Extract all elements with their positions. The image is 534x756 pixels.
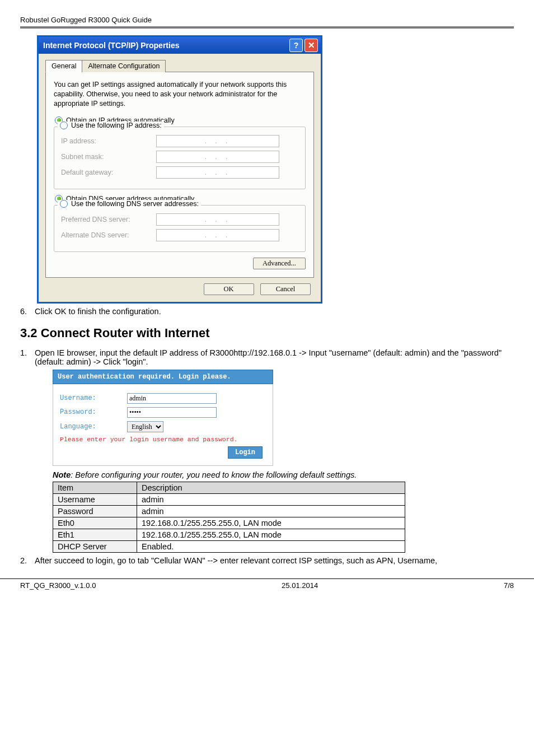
language-select[interactable]: English (127, 421, 163, 432)
table-row: Eth1192.168.0.1/255.255.255.0, LAN mode (53, 529, 405, 540)
footer-right: 7/8 (504, 581, 514, 590)
login-panel: User authentication required. Login plea… (53, 370, 273, 466)
alternate-dns-label: Alternate DNS server: (61, 231, 156, 239)
radio-label: Use the following IP address: (71, 122, 162, 129)
username-input[interactable] (127, 393, 217, 404)
close-button[interactable]: ✕ (305, 39, 318, 52)
table-row: Usernameadmin (53, 493, 405, 505)
footer-center: 25.01.2014 (282, 581, 318, 590)
tab-panel-general: You can get IP settings assigned automat… (45, 72, 314, 278)
ip-address-group: Use the following IP address: IP address… (54, 127, 306, 189)
tcpip-properties-dialog: Internet Protocol (TCP/IP) Properties ? … (37, 35, 322, 304)
radio-icon (60, 122, 68, 129)
page-header: Robustel GoRugged R3000 Quick Guide (20, 16, 514, 26)
login-button[interactable]: Login (228, 446, 263, 459)
radio-icon (60, 200, 68, 208)
default-gateway-input: . . . (156, 166, 279, 179)
radio-label: Use the following DNS server addresses: (71, 200, 199, 208)
tab-row: General Alternate Configuration (45, 59, 314, 72)
tab-alternate-config[interactable]: Alternate Configuration (82, 60, 166, 72)
note-text: Note: Before configuring your router, yo… (53, 470, 514, 479)
radio-use-dns[interactable]: Use the following DNS server addresses: (58, 200, 201, 208)
table-header-description: Description (137, 482, 405, 493)
step-6: 6. Click OK to finish the configuration. (20, 307, 514, 316)
alternate-dns-input: . . . (156, 229, 279, 241)
password-input[interactable] (127, 407, 217, 418)
login-title: User authentication required. Login plea… (53, 370, 273, 384)
footer-left: RT_QG_R3000_v.1.0.0 (20, 581, 96, 590)
ip-address-input: . . . (156, 135, 279, 147)
step-2: 2. After succeed to login, go to tab "Ce… (20, 556, 514, 565)
dns-address-group: Use the following DNS server addresses: … (54, 205, 306, 252)
subnet-mask-label: Subnet mask: (61, 153, 156, 161)
subnet-mask-input: . . . (156, 151, 279, 163)
default-settings-table: Item Description Usernameadmin Passworda… (53, 482, 405, 553)
table-row: DHCP ServerEnabled. (53, 540, 405, 552)
advanced-button[interactable]: Advanced... (253, 258, 306, 269)
radio-use-ip[interactable]: Use the following IP address: (58, 122, 164, 129)
default-gateway-label: Default gateway: (61, 169, 156, 176)
header-rule (20, 26, 514, 29)
preferred-dns-input: . . . (156, 213, 279, 226)
help-button[interactable]: ? (289, 39, 303, 52)
dialog-title: Internet Protocol (TCP/IP) Properties (43, 41, 179, 50)
section-heading: 3.2 Connect Router with Internet (20, 326, 514, 340)
table-header-item: Item (53, 482, 137, 493)
step-1: 1. Open IE browser, input the default IP… (20, 348, 514, 366)
table-row: Passwordadmin (53, 505, 405, 517)
page-footer: RT_QG_R3000_v.1.0.0 25.01.2014 7/8 (0, 579, 534, 596)
language-label: Language: (60, 423, 127, 431)
cancel-button[interactable]: Cancel (260, 283, 311, 295)
ok-button[interactable]: OK (204, 283, 254, 295)
dialog-titlebar: Internet Protocol (TCP/IP) Properties ? … (39, 37, 321, 54)
table-row: Eth0192.168.0.1/255.255.255.0, LAN mode (53, 517, 405, 529)
preferred-dns-label: Preferred DNS server: (61, 216, 156, 223)
password-label: Password: (60, 408, 127, 416)
dialog-description: You can get IP settings assigned automat… (54, 80, 306, 109)
login-message: Please enter your login username and pas… (60, 436, 266, 443)
tab-general[interactable]: General (45, 60, 82, 72)
username-label: Username: (60, 394, 127, 402)
ip-address-label: IP address: (61, 137, 156, 145)
